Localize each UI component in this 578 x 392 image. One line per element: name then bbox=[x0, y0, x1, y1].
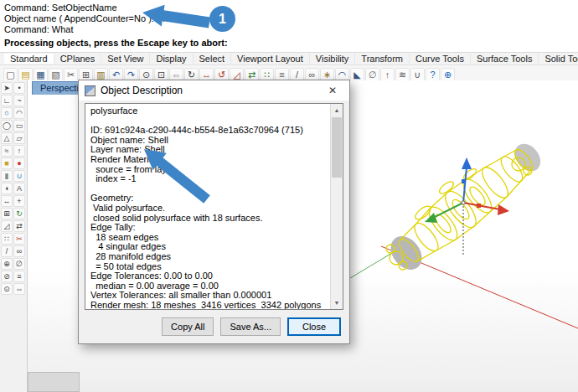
close-button[interactable]: Close bbox=[287, 317, 341, 336]
scale-icon[interactable]: ◿ bbox=[1, 220, 13, 232]
arc-icon[interactable]: ◠ bbox=[13, 107, 25, 119]
command-history-line-2: Object name ( AppendCounter=No ): Shell bbox=[4, 13, 574, 24]
rectangle-icon[interactable]: ▭ bbox=[13, 120, 25, 132]
gumball-x-scale-handle[interactable] bbox=[477, 204, 481, 208]
rhino-window: Command: SetObjectName Object name ( App… bbox=[0, 0, 578, 392]
gumball-z-scale-handle[interactable] bbox=[462, 179, 466, 183]
hide-icon[interactable]: ∅ bbox=[13, 258, 25, 270]
sphere-icon[interactable]: ● bbox=[13, 157, 25, 169]
dialog-title-bar[interactable]: Object Description ✕ bbox=[79, 80, 349, 101]
object-description-panel: polysurface ID: 691c924a-c290-444c-b554-… bbox=[85, 103, 343, 310]
save-icon[interactable]: ▦ bbox=[34, 68, 48, 82]
object-description-text: polysurface ID: 691c924a-c290-444c-b554-… bbox=[85, 104, 343, 310]
scroll-down-icon[interactable]: ▼ bbox=[331, 297, 343, 309]
toolbar-tab-solid-tools[interactable]: Solid Tools bbox=[539, 54, 578, 64]
help-icon[interactable]: ? bbox=[426, 68, 440, 82]
mirror-icon[interactable]: ⇄ bbox=[13, 220, 25, 232]
gumball-y-arrowhead[interactable] bbox=[425, 213, 437, 223]
extrude-icon[interactable]: ↑ bbox=[380, 68, 395, 82]
lock-icon[interactable]: ⊘ bbox=[1, 271, 13, 282]
gumball-x-arrow[interactable] bbox=[463, 203, 500, 209]
object-description-icon bbox=[85, 85, 95, 96]
copy-all-button[interactable]: Copy All bbox=[162, 317, 214, 336]
close-icon[interactable]: ✕ bbox=[316, 80, 349, 101]
split-icon[interactable]: / bbox=[1, 245, 13, 257]
boolean-union-icon[interactable]: ∪ bbox=[13, 170, 25, 182]
dialog-button-row: Copy All Save As... Close bbox=[162, 317, 341, 336]
group-icon[interactable]: ⊕ bbox=[1, 258, 13, 270]
gumball-x-arrowhead[interactable] bbox=[498, 204, 509, 215]
toolbar-tab-surface-tools[interactable]: Surface Tools bbox=[471, 54, 539, 64]
scrollbar-thumb[interactable] bbox=[332, 117, 342, 178]
print-icon[interactable]: ▧ bbox=[49, 68, 63, 82]
gumball-origin-handle[interactable] bbox=[462, 201, 465, 204]
zoom-icon[interactable]: ⊙ bbox=[1, 283, 13, 295]
toolbar-tab-bar: Standard CPlanes Set View Display Select… bbox=[0, 52, 578, 65]
cut-icon[interactable]: ✂ bbox=[64, 68, 78, 82]
dialog-scrollbar[interactable]: ▲ ▼ bbox=[330, 104, 343, 309]
new-file-icon[interactable]: ▢ bbox=[3, 68, 18, 82]
layer-icon[interactable]: ≡ bbox=[13, 271, 25, 282]
extrude-solid-icon[interactable]: ↑ bbox=[13, 145, 25, 157]
command-area: Command: SetObjectName Object name ( App… bbox=[0, 0, 578, 52]
circle-icon[interactable]: ○ bbox=[1, 107, 13, 119]
copy-icon[interactable]: ⊞ bbox=[1, 208, 13, 219]
text-icon[interactable]: A bbox=[13, 183, 25, 194]
dimension-icon[interactable]: ↔ bbox=[1, 195, 13, 207]
toolbar-tab-viewport-layout[interactable]: Viewport Layout bbox=[231, 54, 310, 64]
surface-icon[interactable]: ▱ bbox=[13, 132, 25, 144]
array-icon[interactable]: ∷ bbox=[1, 233, 13, 245]
hide-icon[interactable]: ∅ bbox=[365, 68, 379, 82]
toolbar-tab-display[interactable]: Display bbox=[150, 54, 193, 64]
ellipse-icon[interactable]: ◯ bbox=[1, 120, 13, 132]
select-icon[interactable]: ➤ bbox=[1, 82, 13, 94]
dialog-title: Object Description bbox=[101, 85, 183, 96]
toolbar-tab-cplanes[interactable]: CPlanes bbox=[54, 54, 102, 64]
sweep-icon[interactable]: ≈ bbox=[1, 145, 13, 157]
gumball-z-arrowhead[interactable] bbox=[462, 157, 472, 169]
command-history-line-3: Command: What bbox=[4, 24, 574, 35]
object-description-dialog: Object Description ✕ polysurface ID: 691… bbox=[78, 80, 350, 344]
command-history-line-1: Command: SetObjectName bbox=[4, 3, 574, 13]
left-toolbar: ➤•∟~○◠◯▭△▱≈↑■●▮∪◖A↔+⊞↻◿⇄∷✂/∞⊕∅⊘≡⊙⇔ bbox=[0, 80, 28, 392]
toolbar-tab-select[interactable]: Select bbox=[194, 54, 232, 64]
scroll-up-icon[interactable]: ▲ bbox=[331, 104, 343, 116]
toolbar-tab-transform[interactable]: Transform bbox=[355, 54, 410, 64]
polygon-icon[interactable]: △ bbox=[1, 132, 13, 144]
toolbar-tab-standard[interactable]: Standard bbox=[4, 54, 54, 64]
trim-icon[interactable]: ✂ bbox=[13, 233, 25, 245]
box-icon[interactable]: ■ bbox=[1, 157, 13, 169]
annotation-badge: 1 bbox=[209, 6, 235, 32]
fillet-edge-icon[interactable]: ◖ bbox=[1, 183, 13, 194]
point-icon[interactable]: • bbox=[13, 82, 25, 94]
chamfer-icon[interactable]: ◣ bbox=[350, 68, 364, 82]
toolbar-tab-set-view[interactable]: Set View bbox=[101, 54, 150, 64]
options-icon[interactable]: ⊕ bbox=[441, 68, 455, 82]
command-prompt[interactable]: Processing objects, press the Escape key… bbox=[4, 35, 574, 52]
boolean-icon[interactable]: ∪ bbox=[410, 68, 425, 82]
toolbar-tab-visibility[interactable]: Visibility bbox=[310, 54, 356, 64]
toolbar-tab-curve-tools[interactable]: Curve Tools bbox=[410, 54, 471, 64]
curve-icon[interactable]: ~ bbox=[13, 95, 25, 106]
polyline-icon[interactable]: ∟ bbox=[1, 95, 13, 106]
join-icon[interactable]: ∞ bbox=[13, 245, 25, 257]
open-file-icon[interactable]: ▤ bbox=[18, 68, 33, 82]
pan-icon[interactable]: ⇔ bbox=[13, 283, 25, 295]
shell-model[interactable] bbox=[384, 139, 545, 276]
rotate-icon[interactable]: ↻ bbox=[13, 208, 25, 219]
cylinder-icon[interactable]: ▮ bbox=[1, 170, 13, 182]
save-as-button[interactable]: Save As... bbox=[220, 317, 281, 336]
viewport-corner-panel bbox=[28, 372, 80, 392]
move-icon[interactable]: + bbox=[13, 195, 25, 207]
loft-icon[interactable]: ≋ bbox=[395, 68, 410, 82]
